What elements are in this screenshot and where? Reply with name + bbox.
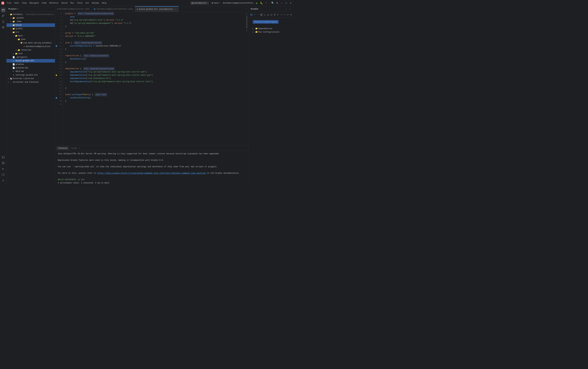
menu-refactor[interactable]: Refactor (48, 1, 60, 5)
gradle-layout-button[interactable] (260, 13, 263, 17)
gradle-test-button[interactable] (273, 13, 276, 17)
sidebar-icon-structure[interactable] (1, 25, 6, 30)
tree-item-package[interactable]: ▾ 📦 com.emse.spring.automacorp (7, 41, 55, 45)
tree-item-build[interactable]: ▶ 📁 build (7, 23, 55, 27)
tree-item-gradle-hidden[interactable]: ▶ 📁 .gradle (7, 16, 55, 20)
app-logo (1, 2, 4, 5)
tree-item-main-class[interactable]: ▶ J AutomacorpApplication (7, 45, 55, 48)
sidebar-icon-run[interactable]: ▶ (1, 166, 6, 172)
tree-item-scratches[interactable]: ▶ ✏ Scratches and Consoles (7, 80, 55, 84)
menu-window[interactable]: Window (91, 1, 100, 5)
menu-navigate[interactable]: Navigate (28, 1, 40, 5)
gradle-expand-button[interactable] (280, 13, 283, 17)
sidebar-icon-database[interactable] (1, 160, 6, 166)
project-name-display[interactable]: automacorp ▾ (190, 1, 209, 5)
sidebar-icon-build[interactable] (1, 172, 6, 177)
bottom-tab-terminal[interactable]: Terminal (56, 146, 69, 150)
tree-item-java-dir[interactable]: ▾ 📁 java (7, 38, 55, 41)
menu-edit[interactable]: Edit (13, 1, 21, 5)
svg-point-13 (2, 162, 4, 163)
editor-scrollbar-thumb[interactable] (246, 16, 247, 29)
terminal-content[interactable]: Java HotSpot(TM) 64-Bit Server VM warnin… (55, 151, 249, 184)
line-num-25: 25 (55, 90, 63, 93)
tree-item-test[interactable]: ▶ 📁 test (7, 52, 55, 55)
close-button[interactable]: ✕ (289, 1, 293, 5)
reload-all-gradle-button[interactable]: Reload All Gradle Projects (253, 20, 279, 24)
line-num-20: 20 (55, 73, 63, 77)
gradle-more-options-button[interactable]: ⋮ (284, 7, 288, 11)
settings-button[interactable]: ⚙ (275, 1, 279, 5)
terminal-link[interactable]: https://docs.gradle.org/8.2.1/userguide/… (97, 172, 206, 174)
menu-tools[interactable]: Tools (75, 1, 84, 5)
editor-content: 1 2 3 4 5 6 7 8 9 10 11 1 (55, 12, 249, 145)
bottom-tab-local[interactable]: Local ✕ (70, 146, 82, 150)
tree-item-idea[interactable]: ▶ 📁 .idea (7, 20, 55, 23)
tab-close-icon[interactable]: ✕ (174, 8, 176, 10)
minimize-button[interactable]: — (280, 1, 284, 5)
tab-build-gradle[interactable]: G build.gradle.kts (automacorp) ✕ (135, 6, 178, 12)
tree-item-gradle[interactable]: ▶ 📁 gradle (7, 27, 55, 31)
run-button[interactable]: ▶ (255, 1, 259, 5)
gradle-download-button[interactable] (267, 13, 269, 17)
menu-run[interactable]: Run (69, 1, 75, 5)
tree-label: .gradle (16, 17, 54, 19)
gradle-add-button[interactable]: + (253, 13, 256, 17)
gradle-collapse-button[interactable] (283, 13, 286, 17)
code-line-22: testImplementation("org.springframework.… (65, 80, 243, 83)
svg-rect-19 (262, 15, 262, 16)
gradle-reload-button[interactable] (250, 13, 253, 17)
tree-item-src[interactable]: ▾ 📁 src (7, 31, 55, 34)
maximize-button[interactable]: □ (284, 1, 288, 5)
local-tab-close-icon[interactable]: ✕ (79, 147, 80, 149)
check-mark-area: ✓ (245, 12, 249, 15)
gradle-panel-title: Gradle (251, 8, 284, 10)
menu-git[interactable]: Git (84, 1, 91, 5)
gradle-expand-side-button[interactable]: ▶ (290, 13, 293, 17)
folder-icon: 📁 (10, 13, 12, 16)
branch-display[interactable]: main ▾ (210, 1, 222, 5)
gradle-minimize-button[interactable]: — (288, 7, 292, 11)
search-everywhere-button[interactable]: 🔍 (271, 1, 275, 5)
tree-item-resources[interactable]: ▶ 📁 resources (7, 48, 55, 52)
line-num-28: 28 (55, 100, 63, 103)
sidebar-icon-settings[interactable]: ⚙ (1, 178, 6, 183)
menu-file[interactable]: File (6, 1, 13, 5)
menu-build[interactable]: Build (60, 1, 69, 5)
tree-item-external-libs[interactable]: ▶ 📚 External Libraries (7, 77, 55, 80)
tree-arrow: ▾ (7, 13, 10, 15)
tree-item-root[interactable]: ▾ 📁 automacorp ~/Workspace/java/automaco… (7, 13, 55, 16)
gradle-item-dependencies[interactable]: ▶ 📁 Dependencies (249, 27, 294, 30)
line-num-5: 5 (55, 25, 63, 28)
tree-arrow: ▶ (7, 81, 10, 83)
code-view[interactable]: plugins { this: PluginDependenciesSpecSc… (63, 12, 245, 145)
tree-item-settings-gradle[interactable]: ▶ G settings.gradle.kts (7, 73, 55, 77)
debug-button[interactable]: 🐛 (259, 1, 263, 5)
sidebar-icon-bookmarks[interactable] (1, 19, 6, 24)
gradle-stop-button[interactable] (270, 13, 273, 17)
tabs-overflow-button[interactable]: ⋮ (244, 8, 249, 10)
gradle-item-run-configs[interactable]: ▶ 📁 Run Configurations (249, 30, 294, 34)
svg-rect-11 (3, 28, 4, 29)
tree-item-main[interactable]: ▾ 📁 main (7, 34, 55, 38)
editor-close-lens[interactable]: ✕ (245, 29, 249, 32)
gradle-source-button[interactable] (263, 13, 266, 17)
tab-automacorp-tests[interactable]: J AutomacorpApplicationTests.java (92, 6, 135, 12)
tree-label: .gitignore (16, 56, 54, 58)
tree-item-gitignore[interactable]: ▶ 📄 .gitignore (7, 55, 55, 59)
project-chevron-icon[interactable]: ▾ (17, 8, 18, 10)
sidebar-icon-terminal[interactable] (1, 154, 6, 160)
gradle-remove-button[interactable]: − (257, 13, 260, 17)
tab-automacorp-app[interactable]: J AutomacorpApplication.java (55, 6, 92, 12)
tree-item-gradlew[interactable]: ▶ 📄 gradlew (7, 62, 55, 66)
more-run-options-button[interactable]: ⋮ (264, 1, 268, 5)
menu-code[interactable]: Code (41, 1, 48, 5)
tree-item-gradlew-bat[interactable]: ▶ 📄 gradlew.bat (7, 66, 55, 70)
menu-view[interactable]: View (21, 1, 28, 5)
tree-item-help-md[interactable]: ▶ M↓ HELP.md (7, 70, 55, 73)
tree-item-build-gradle[interactable]: ▶ G build.gradle.kts (7, 59, 55, 62)
gradle-link-button[interactable] (286, 13, 289, 17)
gradle-script-button[interactable] (277, 13, 279, 17)
sidebar-icon-project[interactable] (1, 8, 6, 13)
menu-help[interactable]: Help (101, 1, 108, 5)
sidebar-icon-vcs[interactable] (1, 13, 6, 19)
